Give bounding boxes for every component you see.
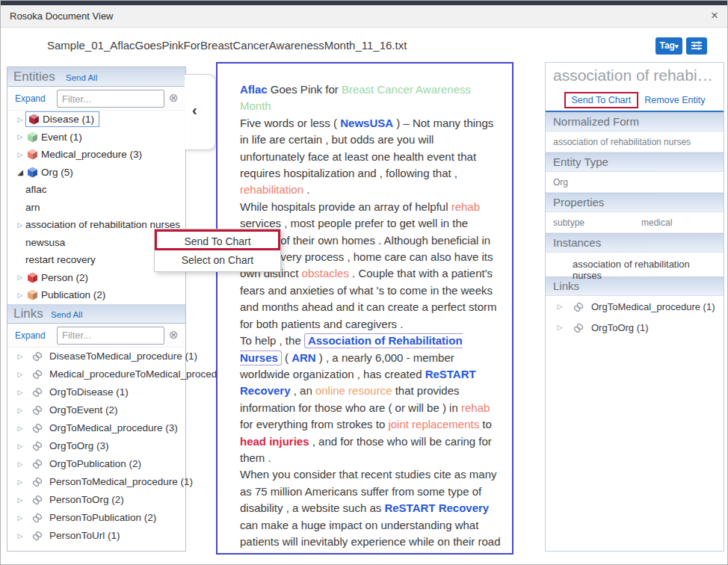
link-list-item[interactable]: ▷ OrgToOrg (3) <box>7 437 185 455</box>
entity-mention-medproc[interactable]: joint replacements <box>388 418 479 430</box>
tree-expand-arrow[interactable]: ▷ <box>15 116 25 123</box>
entity-mention-medproc[interactable]: rehabilitation <box>240 183 303 196</box>
link-list-label: DiseaseToMedical_procedure (1) <box>49 351 197 362</box>
link-list-item[interactable]: ▷ DiseaseToMedical_procedure (1) <box>7 348 185 365</box>
links-header: Links Send All <box>7 304 185 324</box>
entity-cube-icon <box>28 114 40 125</box>
tree-expand-arrow[interactable]: ▷ <box>15 424 25 432</box>
context-menu-item[interactable]: Select on Chart <box>155 250 280 271</box>
tree-expand-arrow[interactable]: ▷ <box>15 389 25 396</box>
send-to-chart-link[interactable]: Send To Chart <box>572 95 632 105</box>
link-list-item[interactable]: ▷ Medical_procedureToMedical_procedure (… <box>7 365 185 383</box>
tree-expand-arrow[interactable]: ▷ <box>15 460 25 468</box>
entities-send-all-link[interactable]: Send All <box>66 73 97 82</box>
entity-tree-item[interactable]: arn <box>7 199 185 217</box>
context-menu-item[interactable]: Send To Chart <box>155 229 280 250</box>
tree-expand-arrow[interactable]: ▷ <box>15 407 25 414</box>
link-list-item[interactable]: ▷ PersonToPublication (2) <box>7 509 185 527</box>
tree-expand-arrow[interactable]: ▷ <box>555 303 565 310</box>
entity-mention-disease[interactable]: head injuries <box>240 435 309 448</box>
remove-entity-link[interactable]: Remove Entity <box>644 95 705 105</box>
links-expand-link[interactable]: Expand <box>15 330 46 341</box>
document-text: To help , the <box>240 334 304 347</box>
document-text: , an <box>291 384 315 397</box>
document-paragraph: To help , the Association of Rehabilitat… <box>240 333 502 466</box>
link-list-label: OrgToMedical_procedure (3) <box>49 422 178 433</box>
tree-expand-arrow[interactable]: ▷ <box>15 496 25 504</box>
document-text: . <box>303 183 309 196</box>
links-filter-clear-icon[interactable]: ⊗ <box>169 328 179 342</box>
tree-expand-arrow[interactable]: ▷ <box>15 151 25 158</box>
tree-expand-arrow[interactable]: ▷ <box>15 274 25 281</box>
chain-link-icon <box>31 530 43 542</box>
tree-expand-arrow[interactable]: ▷ <box>555 324 565 331</box>
details-link-item[interactable]: ▷ OrgToMedical_procedure (1) <box>546 296 724 317</box>
entity-tree-item[interactable]: aflac <box>7 181 185 199</box>
close-icon[interactable]: × <box>711 8 718 23</box>
link-list-label: OrgToDisease (1) <box>49 386 129 398</box>
links-list: ▷ DiseaseToMedical_procedure (1)▷ Medica… <box>7 348 185 545</box>
link-list-item[interactable]: ▷ OrgToEvent (2) <box>7 401 185 419</box>
normalized-form-header: Normalized Form <box>546 112 724 132</box>
entities-expand-link[interactable]: Expand <box>15 93 46 104</box>
entity-tree-label: newsusa <box>25 237 65 248</box>
tree-expand-arrow[interactable]: ▷ <box>15 371 25 378</box>
entity-tree-item[interactable]: ▷ Publication (2) <box>7 286 185 304</box>
entity-mention-medproc[interactable]: rehab <box>461 401 490 414</box>
entities-title: Entities <box>13 70 55 84</box>
entity-mention-org[interactable]: NewsUSA <box>340 117 393 129</box>
entities-header: Entities Send All <box>7 67 185 87</box>
entity-tree-item[interactable]: ▷ Event (1) <box>7 129 185 146</box>
tree-collapse-arrow[interactable]: ◢ <box>15 168 25 176</box>
tree-expand-arrow[interactable]: ▷ <box>15 478 25 486</box>
entity-tree-label: Org (5) <box>41 167 73 178</box>
entity-tree-label: Person (2) <box>41 272 88 283</box>
link-list-item[interactable]: ▷ OrgToPublication (2) <box>7 455 185 473</box>
window-titlebar: Rosoka Document View × <box>1 5 727 28</box>
tree-expand-arrow[interactable]: ▷ <box>15 221 25 229</box>
entity-mention-medproc[interactable]: obstacles <box>302 267 349 280</box>
link-list-item[interactable]: ▷ PersonToUrl (1) <box>7 527 185 545</box>
tag-dropdown-button[interactable]: Tag▾ <box>655 37 682 55</box>
window-title: Rosoka Document View <box>10 10 114 22</box>
view-options-button[interactable] <box>686 37 707 55</box>
entity-mention-org[interactable]: Aflac <box>240 83 268 96</box>
entity-tree-item[interactable]: ▷ Medical_procedure (3) <box>7 146 185 164</box>
entities-filter-clear-icon[interactable]: ⊗ <box>169 91 179 105</box>
entity-type-header: Entity Type <box>546 152 724 172</box>
links-send-all-link[interactable]: Send All <box>51 310 82 319</box>
entity-mention-medproc[interactable]: rehab <box>451 200 480 213</box>
link-list-item[interactable]: ▷ OrgToDisease (1) <box>7 383 185 401</box>
panel-collapse-tab[interactable]: ‹ <box>185 74 216 150</box>
entity-tree-label: Disease (1) <box>43 114 94 125</box>
tree-expand-arrow[interactable]: ▷ <box>15 442 25 450</box>
caret-down-icon: ▾ <box>675 43 679 50</box>
link-list-item[interactable]: ▷ OrgToMedical_procedure (3) <box>7 419 185 437</box>
tree-expand-arrow[interactable]: ▷ <box>15 133 25 141</box>
document-text-view[interactable]: Aflac Goes Pink for Breast Cancer Awaren… <box>216 62 513 555</box>
entities-links-panel: Entities Send All Expand ⊗ ▷ Disease (1)… <box>7 67 186 552</box>
link-list-item[interactable]: ▷ PersonToOrg (2) <box>7 491 185 509</box>
entity-mention-org[interactable]: ARN <box>291 351 316 364</box>
tree-expand-arrow[interactable]: ▷ <box>15 291 25 299</box>
property-value: medical <box>641 217 672 232</box>
entity-cube-icon <box>27 289 38 300</box>
property-key: subtype <box>553 217 641 232</box>
entity-tree-item[interactable]: ◢ Org (5) <box>7 164 185 182</box>
entity-tree-label: aflac <box>25 184 47 195</box>
details-link-item[interactable]: ▷ OrgToOrg (1) <box>546 317 724 338</box>
links-filter-input[interactable] <box>57 327 164 345</box>
entity-mention-pub[interactable]: online resource <box>315 384 392 397</box>
document-text: ( <box>282 351 291 364</box>
chevron-left-icon: ‹ <box>192 102 197 119</box>
entity-tree-item[interactable]: ▷ Disease (1) <box>7 111 185 129</box>
document-text: Five words or less ( <box>240 117 340 129</box>
tree-expand-arrow[interactable]: ▷ <box>15 514 25 522</box>
links-title: Links <box>13 306 43 321</box>
tree-expand-arrow[interactable]: ▷ <box>15 532 25 540</box>
link-list-label: PersonToMedical_procedure (1) <box>49 476 193 487</box>
entity-mention-org[interactable]: ReSTART Recovery <box>384 501 489 514</box>
entities-filter-input[interactable] <box>57 90 164 108</box>
tree-expand-arrow[interactable]: ▷ <box>15 353 25 360</box>
link-list-item[interactable]: ▷ PersonToMedical_procedure (1) <box>7 473 185 491</box>
